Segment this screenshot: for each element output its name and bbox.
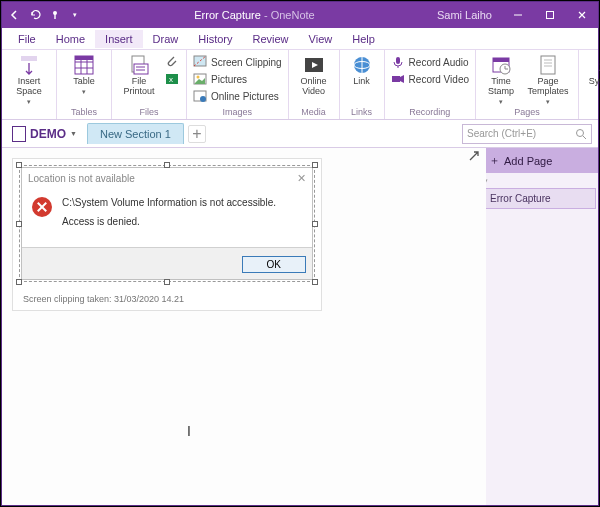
resize-handle[interactable] [16,162,22,168]
time-stamp-button[interactable]: TimeStamp▾ [482,52,520,106]
resize-handle[interactable] [16,221,22,227]
spreadsheet-icon[interactable]: x [164,71,180,87]
insert-space-button[interactable]: InsertSpace▾ [8,52,50,106]
svg-rect-4 [21,56,37,61]
resize-handle[interactable] [164,279,170,285]
section-tab[interactable]: New Section 1 [87,123,184,144]
screen-clipping-button[interactable]: Screen Clipping [193,54,282,70]
close-button[interactable] [566,2,598,28]
dialog-ok-button: OK [242,256,306,273]
window-title: Error Capture - OneNote [82,9,427,21]
tab-history[interactable]: History [188,30,242,48]
ribbon-tabs: File Home Insert Draw History Review Vie… [2,28,598,50]
tab-draw[interactable]: Draw [143,30,189,48]
ribbon: InsertSpace▾ Table▾ Tables FilePrintout [2,50,598,120]
pages-panel: ＋ Add Page ▾ Error Capture [480,148,598,505]
text-cursor-icon: I [187,423,191,439]
tab-insert[interactable]: Insert [95,30,143,48]
inserted-image-selection[interactable]: Location is not available ✕ C:\System Vo… [19,165,315,282]
symbols-button[interactable]: Ω Symbols▾ [585,52,600,96]
page-canvas[interactable]: Location is not available ✕ C:\System Vo… [2,148,486,505]
tab-review[interactable]: Review [243,30,299,48]
group-pages: Pages [482,107,572,119]
tab-help[interactable]: Help [342,30,385,48]
notebook-selector[interactable]: DEMO ▼ [6,123,83,145]
add-page-button[interactable]: ＋ Add Page [481,148,598,173]
document-name: Error Capture [194,9,261,21]
file-printout-icon [128,54,150,76]
svg-point-21 [200,96,206,102]
title-separator: - [261,9,271,21]
resize-handle[interactable] [164,162,170,168]
dialog-message-line1: C:\System Volume Information is not acce… [62,197,276,208]
tab-view[interactable]: View [299,30,343,48]
file-printout-button[interactable]: FilePrintout [118,52,160,97]
online-pictures-button[interactable]: Online Pictures [193,88,282,104]
page-list-item[interactable]: Error Capture [483,188,596,209]
captured-dialog: Location is not available ✕ C:\System Vo… [21,167,313,280]
search-icon [575,128,587,140]
minimize-button[interactable] [502,2,534,28]
file-attachment-icon[interactable] [164,54,180,70]
note-container[interactable]: Location is not available ✕ C:\System Vo… [12,158,322,311]
svg-line-39 [583,136,586,139]
symbols-icon: Ω [595,54,600,76]
search-placeholder: Search (Ctrl+E) [467,128,536,139]
pin-icon[interactable] [48,8,62,22]
resize-handle[interactable] [312,279,318,285]
table-button[interactable]: Table▾ [63,52,105,96]
record-video-icon [391,72,405,86]
svg-rect-12 [134,64,148,74]
app-name: OneNote [271,9,315,21]
pictures-button[interactable]: Pictures [193,71,282,87]
dialog-message-line2: Access is denied. [62,216,276,227]
record-audio-icon [391,55,405,69]
record-video-button[interactable]: Record Video [391,71,469,87]
maximize-button[interactable] [534,2,566,28]
qat-dropdown-icon[interactable]: ▾ [68,8,82,22]
svg-text:x: x [169,75,173,84]
resize-handle[interactable] [312,162,318,168]
group-links: Links [346,107,378,119]
pin-row: ▾ [481,173,598,186]
time-stamp-icon [490,54,512,76]
link-button[interactable]: Link [346,52,378,87]
user-name[interactable]: Sami Laiho [427,9,502,21]
link-icon [351,54,373,76]
add-section-button[interactable]: + [188,125,206,143]
group-files: Files [118,107,180,119]
dialog-close-icon: ✕ [297,172,306,185]
screen-clipping-icon [193,55,207,69]
online-video-button[interactable]: OnlineVideo [295,52,333,97]
table-icon [73,54,95,76]
group-tables: Tables [63,107,105,119]
chevron-down-icon: ▼ [70,130,77,137]
pictures-icon [193,72,207,86]
expand-panel-icon[interactable] [468,150,480,162]
svg-rect-3 [547,12,554,19]
resize-handle[interactable] [16,279,22,285]
group-recording: Recording [391,107,469,119]
insert-space-icon [18,54,40,76]
svg-rect-29 [493,58,509,62]
notebook-name: DEMO [30,127,66,141]
resize-handle[interactable] [312,221,318,227]
page-templates-icon [537,54,559,76]
tab-home[interactable]: Home [46,30,95,48]
search-input[interactable]: Search (Ctrl+E) [462,124,592,144]
group-media: Media [295,107,333,119]
svg-rect-1 [54,14,55,19]
record-audio-button[interactable]: Record Audio [391,54,469,70]
back-icon[interactable] [8,8,22,22]
notebook-icon [12,126,26,142]
dialog-title: Location is not available [28,173,135,184]
tab-file[interactable]: File [8,30,46,48]
clip-caption: Screen clipping taken: 31/03/2020 14.21 [13,288,321,304]
plus-icon: ＋ [489,153,500,168]
svg-point-38 [577,129,584,136]
svg-point-19 [197,76,200,79]
page-templates-button[interactable]: PageTemplates▾ [524,52,572,106]
svg-rect-10 [75,56,93,60]
undo-icon[interactable] [28,8,42,22]
title-bar: ▾ Error Capture - OneNote Sami Laiho [2,2,598,28]
